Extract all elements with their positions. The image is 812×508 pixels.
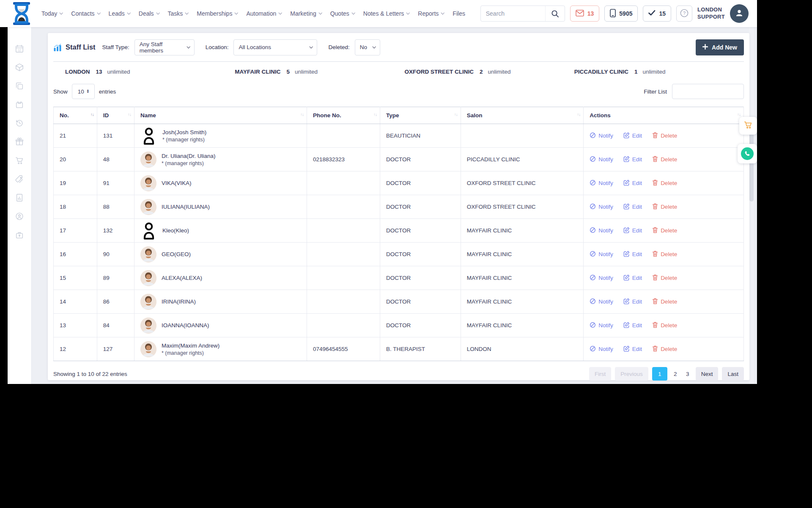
delete-button[interactable]: Delete: [652, 179, 677, 187]
nav-item-leads[interactable]: Leads: [109, 10, 130, 17]
cell-no: 17: [54, 219, 97, 243]
stat-location-name: PICCADILLY CLINIC: [574, 69, 628, 75]
column-header-name[interactable]: Name↑↓: [134, 107, 307, 124]
nav-item-reports[interactable]: Reports: [418, 10, 444, 17]
brand-logo-hourglass-icon[interactable]: [12, 1, 31, 26]
cell-id: 132: [97, 219, 134, 243]
edit-button[interactable]: Edit: [623, 274, 642, 282]
delete-button[interactable]: Delete: [652, 203, 677, 211]
nav-item-contacts[interactable]: Contacts: [71, 10, 99, 17]
calendar-icon[interactable]: 12: [15, 44, 24, 53]
copy-icon[interactable]: [15, 81, 24, 91]
cell-name: Josh(Josh Smith)* (manager rights): [134, 124, 307, 148]
notify-button[interactable]: Notify: [590, 274, 613, 282]
gift-icon[interactable]: [15, 137, 24, 146]
table-header-row: No.↑↓ID↑↓Name↑↓Phone No.↑↓Type↑↓Salon↑↓A…: [54, 107, 744, 124]
nav-item-automation[interactable]: Automation: [246, 10, 281, 17]
basket-icon[interactable]: [15, 100, 24, 109]
notify-button[interactable]: Notify: [590, 298, 613, 306]
nav-item-deals[interactable]: Deals: [139, 10, 159, 17]
pagination-3[interactable]: 3: [683, 367, 692, 381]
cell-actions: NotifyEditDelete: [584, 148, 744, 171]
edit-button[interactable]: Edit: [623, 227, 642, 235]
nav-item-marketing[interactable]: Marketing: [290, 10, 321, 17]
report-icon[interactable]: [15, 193, 24, 202]
edit-button[interactable]: Edit: [623, 251, 642, 258]
messages-badge[interactable]: 13: [570, 6, 600, 22]
location-stat: MAYFAIR CLINIC5unlimited: [235, 69, 404, 75]
user-avatar[interactable]: [730, 4, 749, 23]
deleted-select[interactable]: No: [355, 39, 380, 55]
column-header-no[interactable]: No.↑↓: [54, 107, 97, 124]
history-icon[interactable]: [15, 119, 24, 128]
cart-float-button[interactable]: [739, 117, 757, 135]
staff-name: Maxim(Maxim Andrew): [162, 342, 219, 349]
delete-button[interactable]: Delete: [652, 345, 677, 353]
edit-button[interactable]: Edit: [623, 179, 642, 187]
staff-type-select[interactable]: Any Staff members: [134, 39, 195, 55]
notify-button[interactable]: Notify: [590, 156, 613, 163]
column-header-salon[interactable]: Salon↑↓: [461, 107, 583, 124]
page-length-select[interactable]: 10 ▴▾: [72, 84, 95, 99]
edit-button[interactable]: Edit: [623, 156, 642, 163]
cell-id: 90: [97, 243, 134, 266]
pagination-next[interactable]: Next: [696, 367, 719, 381]
scrollbar[interactable]: [749, 27, 754, 384]
pagination-last[interactable]: Last: [722, 367, 744, 381]
notify-button[interactable]: Notify: [590, 132, 613, 140]
edit-button[interactable]: Edit: [623, 322, 642, 329]
location-select[interactable]: All Locations: [233, 39, 317, 55]
delete-button[interactable]: Delete: [652, 274, 677, 282]
nav-item-tasks[interactable]: Tasks: [168, 10, 188, 17]
notify-button[interactable]: Notify: [590, 322, 613, 329]
pagination-2[interactable]: 2: [671, 367, 680, 381]
cell-phone: [307, 124, 380, 148]
calls-badge[interactable]: 5905: [604, 6, 638, 22]
pagination-1[interactable]: 1: [652, 367, 667, 381]
column-header-id[interactable]: ID↑↓: [97, 107, 134, 124]
tickets-icon[interactable]: [15, 174, 24, 184]
pagination-first[interactable]: First: [589, 367, 611, 381]
sort-arrows-icon: ↑↓: [577, 112, 580, 117]
notify-button[interactable]: Notify: [590, 179, 613, 187]
lock-icon[interactable]: [15, 230, 24, 240]
trash-icon: [652, 156, 658, 163]
column-header-phone-no[interactable]: Phone No.↑↓: [307, 107, 380, 124]
trash-icon: [652, 179, 658, 187]
svg-text:?: ?: [683, 11, 686, 16]
user-status-icon[interactable]: [15, 212, 24, 221]
delete-button[interactable]: Delete: [652, 322, 677, 329]
phone-float-button[interactable]: [738, 144, 757, 163]
edit-button[interactable]: Edit: [623, 203, 642, 211]
edit-button[interactable]: Edit: [623, 345, 642, 353]
edit-button[interactable]: Edit: [623, 298, 642, 306]
nav-item-files[interactable]: Files: [453, 10, 465, 17]
delete-button[interactable]: Delete: [652, 156, 677, 163]
tasks-badge[interactable]: 15: [643, 6, 671, 22]
location-stats: LONDON13unlimitedMAYFAIR CLINIC5unlimite…: [53, 62, 744, 81]
pagination-previous[interactable]: Previous: [615, 367, 648, 381]
nav-item-memberships[interactable]: Memberships: [197, 10, 237, 17]
delete-button[interactable]: Delete: [652, 298, 677, 306]
notify-button[interactable]: Notify: [590, 203, 613, 211]
delete-button[interactable]: Delete: [652, 227, 677, 235]
nav-item-quotes[interactable]: Quotes: [330, 10, 354, 17]
notify-button[interactable]: Notify: [590, 227, 613, 235]
cell-type: DOCTOR: [380, 148, 461, 171]
nav-item-notes-letters[interactable]: Notes & Letters: [363, 10, 409, 17]
help-button[interactable]: ?: [676, 6, 692, 22]
edit-button[interactable]: Edit: [623, 132, 642, 140]
filter-list-input[interactable]: [672, 84, 744, 99]
search-icon[interactable]: [545, 6, 565, 21]
delete-button[interactable]: Delete: [652, 132, 677, 140]
column-header-type[interactable]: Type↑↓: [380, 107, 461, 124]
notify-button[interactable]: Notify: [590, 345, 613, 353]
column-header-actions[interactable]: Actions↑↓: [584, 107, 744, 124]
add-new-button[interactable]: Add New: [696, 39, 744, 55]
nav-item-today[interactable]: Today: [41, 10, 62, 17]
search-input[interactable]: [481, 10, 545, 17]
package-icon[interactable]: [15, 63, 24, 72]
notify-button[interactable]: Notify: [590, 251, 613, 258]
cart-icon[interactable]: [15, 156, 24, 165]
delete-button[interactable]: Delete: [652, 251, 677, 258]
